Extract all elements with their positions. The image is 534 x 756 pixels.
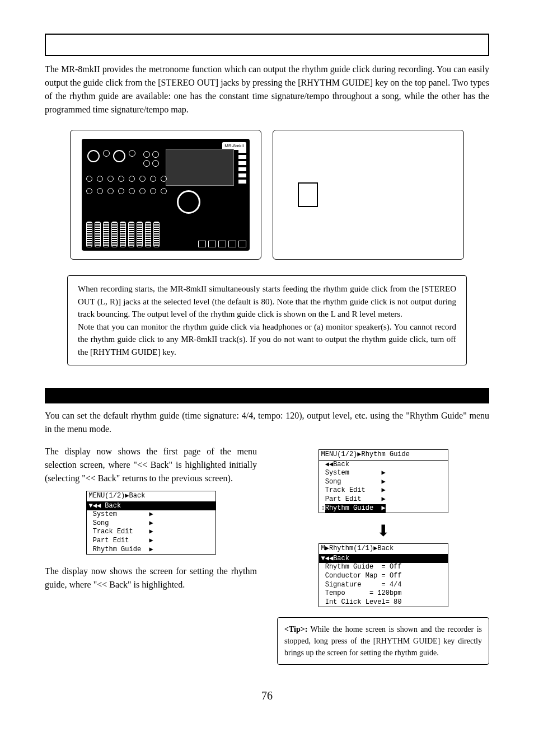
title-box: [45, 34, 489, 56]
page-number: 76: [45, 687, 489, 704]
note-box: When recording starts, the MR-8mkII simu…: [67, 275, 467, 365]
list-item: ▼◀◀ Back: [87, 502, 216, 511]
tip-text: While the home screen is shown and the r…: [284, 625, 482, 657]
left-step-text: The display now shows the first page of …: [45, 445, 257, 485]
lcd-menu-2: MENU(1/2)▶Rhythm Guide ◀◀Back System ▶ S…: [318, 449, 448, 513]
mixer-graphic: MR-8mkII: [82, 139, 250, 251]
list-item: System ▶: [319, 469, 448, 478]
list-item: Int Click Level= 80: [319, 598, 448, 607]
lcd-menu-1: MENU(1/2)▶Back ▼◀◀ Back System ▶ Song ▶ …: [86, 491, 216, 555]
device-illustration-row: MR-8mkII: [45, 130, 489, 260]
lcd-menu-3: M▶Rhythm(1/1)▶Back ▼◀◀Back Rhythm Guide …: [318, 543, 448, 607]
section-bar: [45, 388, 489, 403]
lcd3-title: M▶Rhythm(1/1)▶Back: [319, 544, 448, 555]
mixer-figure-right: [273, 130, 464, 260]
arrow-down-icon: ⬇: [277, 523, 489, 539]
list-item: Signature = 4/4: [319, 581, 448, 590]
setting-intro: You can set the default rhythm guide (ti…: [45, 409, 489, 436]
list-item: Rhythm Guide = Off: [319, 563, 448, 572]
list-item: ▼◀◀Back: [319, 555, 448, 564]
list-item: Song ▶: [319, 478, 448, 487]
list-item: ↕Rhythm Guide ▶: [319, 504, 448, 513]
lcd2-title: MENU(1/2)▶Rhythm Guide: [319, 450, 448, 461]
lcd1-title: MENU(1/2)▶Back: [87, 491, 216, 502]
intro-paragraph: The MR-8mkII provides the metronome func…: [45, 63, 489, 116]
list-item: Tempo = 120bpm: [319, 589, 448, 598]
note-p1: When recording starts, the MR-8mkII simu…: [78, 283, 456, 321]
mixer-figure-left: MR-8mkII: [70, 130, 261, 260]
left-step2-text: The display now shows the screen for set…: [45, 565, 257, 591]
tip-box: <Tip>: While the home screen is shown an…: [277, 617, 489, 665]
tip-label: <Tip>:: [284, 625, 307, 633]
list-item: Part Edit ▶: [87, 537, 216, 546]
list-item: Track Edit ▶: [319, 486, 448, 495]
list-item: Rhythm Guide ▶: [87, 546, 216, 555]
list-item: Song ▶: [87, 519, 216, 528]
list-item: Track Edit ▶: [87, 528, 216, 537]
list-item: ◀◀Back: [319, 461, 448, 469]
note-p2: Note that you can monitor the rhythm gui…: [78, 321, 456, 359]
rhythm-guide-key: [298, 182, 318, 207]
list-item: System ▶: [87, 510, 216, 519]
list-item: Conductor Map = Off: [319, 572, 448, 581]
list-item: Part Edit ▶: [319, 495, 448, 504]
